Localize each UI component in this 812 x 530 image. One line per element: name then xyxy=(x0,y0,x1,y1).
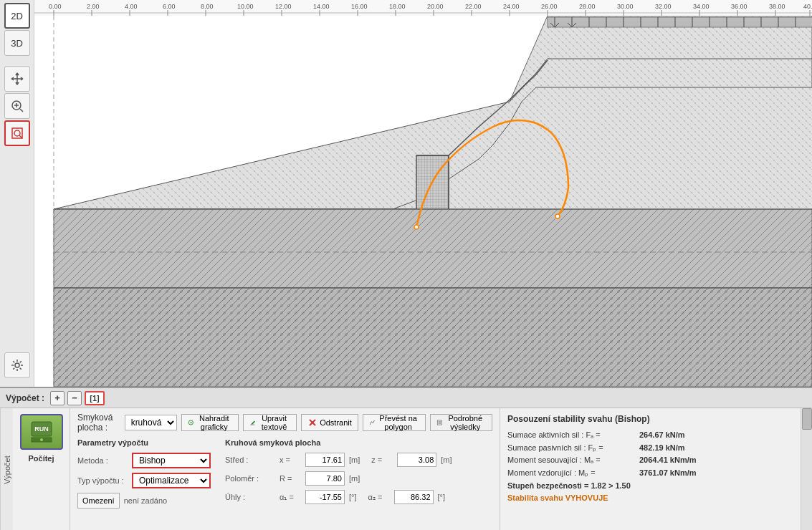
svg-text:26.00: 26.00 xyxy=(541,3,558,10)
alpha2-input[interactable] xyxy=(394,490,434,504)
results-line-4: Moment vzdorující : Mₚ = 3761.07 kNm/m xyxy=(507,467,793,480)
alpha1-unit: [°] xyxy=(349,493,357,501)
svg-line-1 xyxy=(20,109,23,112)
stred-row: Střed : x = [m] z = [m] xyxy=(225,453,452,467)
sumace-aktivnich-label: Sumace aktivních sil : Fₐ = xyxy=(507,429,636,442)
polomer-row: Poloměr : R = [m] xyxy=(225,471,452,486)
vertical-label: Výpočet xyxy=(0,408,13,530)
prevest-na-polygon-btn[interactable]: Převést na polygon xyxy=(363,414,426,431)
params-toolbar-row: Smyková plocha : kruhová Nahradit grafic… xyxy=(77,413,492,433)
add-calculation-btn[interactable]: + xyxy=(50,391,65,405)
btn-2d[interactable]: 2D xyxy=(4,3,30,29)
params-section-right: Kruhová smyková plocha Střed : x = [m] z… xyxy=(225,438,452,509)
remove-calculation-btn[interactable]: − xyxy=(67,391,82,405)
podrobne-vysledky-btn[interactable]: Podrobné výsledky xyxy=(430,414,492,431)
start-btn-area: RUN Počítej xyxy=(13,408,70,530)
btn-3d[interactable]: 3D xyxy=(4,30,30,56)
calculation-badge[interactable]: [1] xyxy=(85,391,105,405)
pocitej-label: Počítej xyxy=(28,454,54,463)
drawing-area xyxy=(34,16,812,387)
r-input[interactable] xyxy=(305,471,345,486)
alpha2-label: α₂ = xyxy=(368,493,390,502)
svg-marker-102 xyxy=(54,288,812,387)
btn-gear[interactable] xyxy=(4,352,30,378)
z-label: z = xyxy=(371,456,393,464)
moment-vzdorujici-value: 3761.07 kNm/m xyxy=(639,467,697,480)
svg-text:8.00: 8.00 xyxy=(201,3,214,10)
svg-text:34.00: 34.00 xyxy=(693,3,710,10)
svg-marker-101 xyxy=(54,209,812,288)
svg-text:32.00: 32.00 xyxy=(655,3,672,10)
btn-zoom-extent[interactable] xyxy=(4,120,30,146)
z-input[interactable] xyxy=(397,453,436,467)
smykova-plocha-select[interactable]: kruhová xyxy=(125,415,177,430)
bottom-panel-header: Výpočet : + − [1] xyxy=(0,388,812,408)
ruler-top: // This will be rendered via the SVG dir… xyxy=(34,0,812,16)
upravit-textove-btn[interactable]: Upravit textově xyxy=(243,414,297,431)
stred-label: Střed : xyxy=(225,456,275,464)
smykova-plocha-label: Smyková plocha : xyxy=(77,413,120,433)
svg-text:14.00: 14.00 xyxy=(313,3,330,10)
metoda-label: Metoda : xyxy=(77,456,128,465)
alpha2-unit: [°] xyxy=(438,493,446,501)
svg-text:22.00: 22.00 xyxy=(465,3,482,10)
results-line-3: Moment sesouvající : Mₐ = 2064.41 kNm/m xyxy=(507,454,793,467)
svg-text:12.00: 12.00 xyxy=(275,3,292,10)
svg-text:36.00: 36.00 xyxy=(731,3,747,10)
params-title-left: Parametry výpočtu xyxy=(77,438,211,447)
svg-text:2.00: 2.00 xyxy=(87,3,100,10)
svg-point-107 xyxy=(555,214,560,218)
svg-text:38.00: 38.00 xyxy=(769,3,785,10)
results-section: Posouzení stability svahu (Bishop) Sumac… xyxy=(500,408,801,530)
uhly-label: Úhly : xyxy=(225,493,275,501)
results-title: Posouzení stability svahu (Bishop) xyxy=(507,413,793,426)
svg-text:28.00: 28.00 xyxy=(579,3,596,10)
svg-text:30.00: 30.00 xyxy=(617,3,634,10)
btn-move[interactable] xyxy=(4,66,30,92)
results-line-2: Sumace pasivních sil : Fₚ = 482.19 kN/m xyxy=(507,442,793,455)
x-label: x = xyxy=(280,456,301,464)
svg-text:40.00: 40.00 xyxy=(803,3,812,10)
params-title-right: Kruhová smyková plocha xyxy=(225,438,452,447)
pocitej-btn[interactable]: RUN xyxy=(20,414,63,450)
omezeni-btn[interactable]: Omezení xyxy=(77,493,120,509)
params-row: Parametry výpočtu Metoda : Bishop Typ vý… xyxy=(77,438,492,509)
sumace-pasivnich-label: Sumace pasivních sil : Fₚ = xyxy=(507,442,636,455)
svg-point-7 xyxy=(15,363,19,367)
nahradit-graficky-btn[interactable]: Nahradit graficky xyxy=(181,414,239,431)
bottom-main: Smyková plocha : kruhová Nahradit grafic… xyxy=(70,408,500,530)
omezeni-value: není zadáno xyxy=(124,496,168,505)
x-unit: [m] xyxy=(349,456,360,464)
results-scrollbar[interactable] xyxy=(801,408,812,530)
typ-vypoctu-label: Typ výpočtu : xyxy=(77,476,128,485)
results-line-6: Stabilita svahu VYHOVUJE xyxy=(507,492,793,505)
metoda-select[interactable]: Bishop xyxy=(132,453,211,468)
x-input[interactable] xyxy=(305,453,345,467)
svg-text:16.00: 16.00 xyxy=(351,3,368,10)
moment-vzdorujici-label: Moment vzdorující : Mₚ = xyxy=(507,467,636,480)
btn-zoom[interactable] xyxy=(4,93,30,119)
stabilita-value: Stabilita svahu VYHOVUJE xyxy=(507,492,608,505)
metoda-row: Metoda : Bishop xyxy=(77,453,211,468)
z-unit: [m] xyxy=(441,456,452,464)
svg-text:RUN: RUN xyxy=(34,425,49,433)
alpha1-input[interactable] xyxy=(305,490,345,504)
svg-text:18.00: 18.00 xyxy=(389,3,406,10)
left-toolbar: 2D 3D xyxy=(0,0,34,387)
sumace-aktivnich-value: 264.67 kN/m xyxy=(639,429,685,442)
polomer-label: Poloměr : xyxy=(225,474,275,483)
canvas-area: // This will be rendered via the SVG dir… xyxy=(34,0,812,387)
typ-vypoctu-row: Typ výpočtu : Optimalizace xyxy=(77,473,211,488)
svg-text:24.00: 24.00 xyxy=(503,3,520,10)
svg-rect-75 xyxy=(548,17,812,27)
svg-text:10.00: 10.00 xyxy=(237,3,254,10)
svg-point-106 xyxy=(414,225,419,229)
typ-vypoctu-select[interactable]: Optimalizace xyxy=(132,473,211,488)
vypocet-label: Výpočet : xyxy=(6,393,44,403)
results-line-1: Sumace aktivních sil : Fₐ = 264.67 kN/m xyxy=(507,429,793,442)
svg-point-111 xyxy=(40,438,43,441)
odstranit-btn[interactable]: Odstranit xyxy=(301,414,358,431)
uhly-row: Úhly : α₁ = [°] α₂ = [°] xyxy=(225,490,452,504)
svg-text:6.00: 6.00 xyxy=(163,3,176,10)
params-section-left: Parametry výpočtu Metoda : Bishop Typ vý… xyxy=(77,438,211,509)
